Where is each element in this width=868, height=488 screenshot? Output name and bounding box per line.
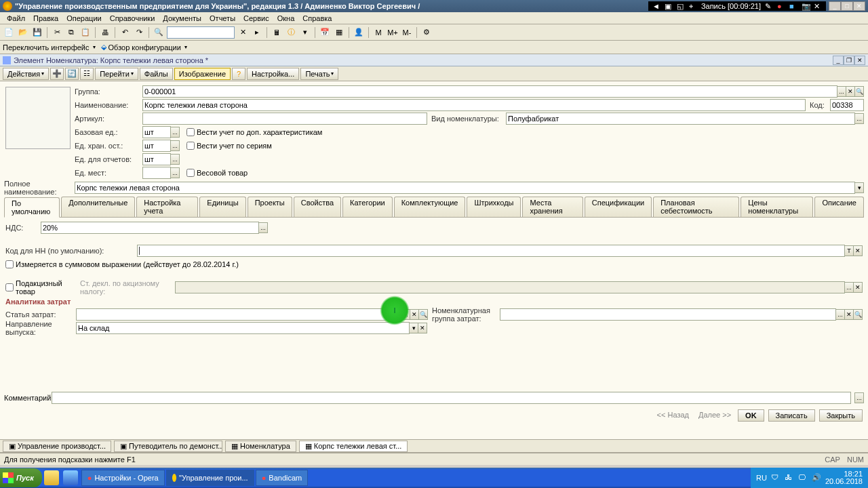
close-button[interactable]: ✕ — [853, 1, 865, 11]
help-button[interactable]: ? — [232, 68, 245, 80]
quick-save-icon[interactable] — [63, 470, 78, 485]
tray-network-icon[interactable]: 🖧 — [785, 473, 794, 483]
m-icon[interactable]: M — [372, 26, 384, 39]
menu-service[interactable]: Сервис — [239, 14, 273, 22]
excisedecl-clear-button[interactable]: ✕ — [853, 282, 863, 293]
back-button[interactable]: << Назад — [654, 409, 692, 422]
menu-operations[interactable]: Операции — [62, 14, 105, 22]
system-tray[interactable]: RU 🛡 🖧 🖵 🔊 18:21 20.06.2018 — [751, 468, 868, 488]
char-checkbox[interactable] — [186, 128, 195, 136]
series-checkbox[interactable] — [186, 142, 195, 150]
config-overview-button[interactable]: ⬙Обзор конфигурации — [101, 43, 187, 52]
props-icon[interactable]: ⚙ — [420, 26, 433, 39]
calendar-icon[interactable]: 📅 — [319, 26, 331, 39]
costitem-select-button[interactable]: ... — [401, 309, 410, 320]
print-button[interactable]: Печать — [300, 68, 338, 80]
cut-icon[interactable]: ✂ — [51, 26, 63, 39]
hierarchy-icon[interactable]: ☷ — [80, 68, 94, 80]
tab-accounting[interactable]: Настройка учета — [136, 197, 198, 217]
grid-icon[interactable]: ▦ — [333, 26, 345, 39]
storeunit-select-button[interactable]: ... — [170, 140, 180, 151]
menu-catalogs[interactable]: Справочники — [106, 14, 159, 22]
tray-shield-icon[interactable]: 🛡 — [771, 473, 781, 483]
m-plus-icon[interactable]: M+ — [387, 26, 399, 39]
vat-field[interactable]: 20% — [41, 222, 259, 234]
nomtype-select-button[interactable]: ... — [854, 113, 864, 124]
wtab-1[interactable]: ▣Путеводитель по демонст... — [114, 441, 222, 452]
tab-units[interactable]: Единицы — [199, 197, 245, 217]
rec-target-icon[interactable]: ⌖ — [689, 2, 697, 10]
fullname-field[interactable]: Корпс тележки левая сторона — [75, 182, 855, 194]
tab-prices[interactable]: Цены номенклатуры — [741, 197, 813, 217]
rec-stop-icon[interactable]: ■ — [789, 2, 797, 10]
image-button[interactable]: Изображение — [174, 68, 231, 80]
refresh-icon[interactable]: 🔄 — [65, 68, 79, 80]
costitem-open-button[interactable]: 🔍 — [418, 309, 428, 320]
search-go-icon[interactable]: ▸ — [251, 26, 263, 39]
m-minus-icon[interactable]: M- — [401, 26, 413, 39]
maximize-button[interactable]: □ — [841, 1, 853, 11]
weight-checkbox[interactable] — [186, 169, 195, 177]
paste-icon[interactable]: 📋 — [79, 26, 92, 39]
wtab-2[interactable]: ▦Номенклатура — [225, 441, 296, 452]
group-select-button[interactable]: ... — [837, 86, 846, 97]
measured-checkbox[interactable] — [5, 260, 14, 268]
nomgroup-field[interactable] — [500, 308, 836, 321]
tab-projects[interactable]: Проекты — [248, 197, 292, 217]
placeunit-select-button[interactable]: ... — [170, 167, 180, 178]
files-button[interactable]: Файлы — [140, 68, 173, 80]
add-subitem-icon[interactable]: ➕ — [50, 68, 64, 80]
image-thumbnail[interactable] — [5, 87, 71, 149]
form-close-button[interactable]: ✕ — [854, 56, 865, 65]
calc-icon[interactable]: 🖩 — [271, 26, 283, 39]
undo-icon[interactable]: ↶ — [119, 26, 131, 39]
nomgroup-open-button[interactable]: 🔍 — [853, 309, 863, 320]
tab-description[interactable]: Описание — [814, 197, 864, 217]
dropdown-icon[interactable]: ▾ — [299, 26, 311, 39]
nomtype-field[interactable]: Полуфабрикат — [506, 113, 855, 125]
name-field[interactable]: Корпс тележки левая сторона — [142, 99, 806, 111]
fullname-dropdown-button[interactable]: ▾ — [854, 182, 864, 193]
rec-control-icon[interactable]: ◄ — [652, 2, 660, 10]
next-button[interactable]: Далее >> — [696, 409, 734, 422]
comment-field[interactable] — [52, 392, 851, 404]
vat-select-button[interactable]: ... — [258, 222, 268, 233]
group-open-button[interactable]: 🔍 — [854, 86, 864, 97]
costitem-field[interactable] — [76, 308, 401, 321]
menu-windows[interactable]: Окна — [273, 14, 299, 22]
goto-button[interactable]: Перейти — [95, 68, 138, 80]
setup-button[interactable]: Настройка... — [247, 68, 299, 80]
excisedecl-select-button[interactable]: ... — [844, 282, 854, 293]
close-form-button[interactable]: Закрыть — [819, 409, 863, 422]
tab-default[interactable]: По умолчанию — [4, 197, 60, 218]
tab-specs[interactable]: Спецификации — [585, 197, 652, 217]
nncode-clear-button[interactable]: ✕ — [853, 245, 863, 256]
copy-icon[interactable]: ⧉ — [65, 26, 77, 39]
save-button[interactable]: Записать — [768, 409, 815, 422]
rec-close-icon[interactable]: ✕ — [814, 2, 822, 10]
search-icon[interactable]: 🔍 — [153, 26, 165, 39]
wtab-3[interactable]: ▦Корпс тележки левая ст... — [299, 441, 408, 452]
tab-barcodes[interactable]: Штрихкоды — [467, 197, 521, 217]
search-input[interactable] — [167, 26, 235, 39]
tray-monitor-icon[interactable]: 🖵 — [798, 473, 808, 483]
tray-volume-icon[interactable]: 🔊 — [812, 473, 821, 483]
storeunit-field[interactable]: шт — [142, 140, 171, 152]
menu-documents[interactable]: Документы — [159, 14, 205, 22]
group-field[interactable]: 0-000001 — [142, 85, 837, 98]
print-icon[interactable]: 🖶 — [99, 26, 111, 39]
form-minimize-button[interactable]: _ — [833, 56, 844, 65]
save-icon[interactable]: 💾 — [31, 26, 43, 39]
switch-interface-button[interactable]: Переключить интерфейс — [3, 43, 96, 52]
user-icon[interactable]: 👤 — [353, 26, 365, 39]
tab-components[interactable]: Комплектующие — [394, 197, 466, 217]
tab-properties[interactable]: Свойства — [294, 197, 341, 217]
comment-select-button[interactable]: ... — [854, 392, 864, 403]
ok-button[interactable]: OK — [738, 409, 764, 422]
task-1c[interactable]: "Управление прои... — [166, 470, 254, 486]
baseunit-select-button[interactable]: ... — [170, 127, 180, 138]
nomgroup-clear-button[interactable]: ✕ — [844, 309, 854, 320]
rec-crop-icon[interactable]: ◱ — [677, 2, 685, 10]
recording-widget[interactable]: ◄ ▣ ◱ ⌖ Запись [00:09:21] ✎ ● ■ 📷 ✕ — [648, 1, 826, 11]
help-icon[interactable]: ⓘ — [285, 26, 297, 39]
